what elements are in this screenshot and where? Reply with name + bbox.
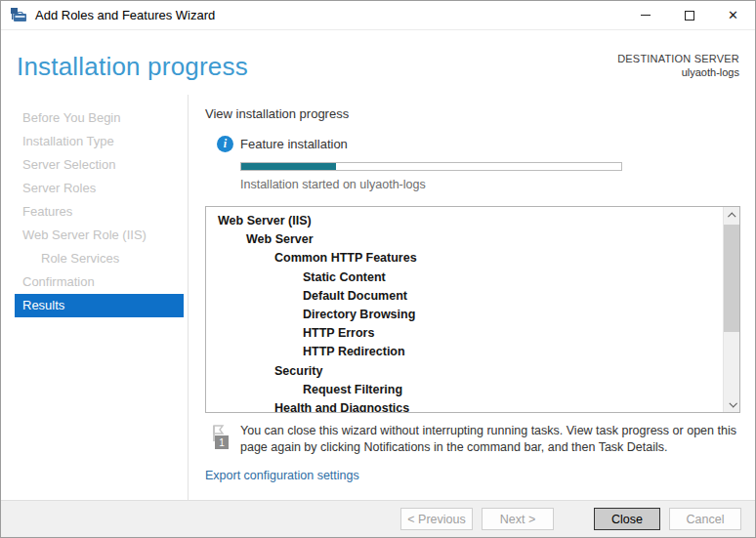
wizard-nav-button-label: Close xyxy=(611,513,643,526)
wizard-window: Add Roles and Features Wizard ✕ Installa… xyxy=(0,0,756,538)
installation-item-label: Directory Browsing xyxy=(303,308,415,321)
installation-item-row: Security xyxy=(206,362,739,381)
sidebar-step-item[interactable]: Web Server Role (IIS) xyxy=(15,224,184,247)
maximize-button[interactable] xyxy=(667,1,711,29)
installation-item-row: Directory Browsing xyxy=(206,306,739,324)
sidebar-step-label: Installation Type xyxy=(22,134,114,148)
sidebar-step-label: Web Server Role (IIS) xyxy=(22,228,147,242)
installation-status-text: Installation started on ulyaoth-logs xyxy=(240,178,426,191)
installation-item-row: Web Server (IIS) xyxy=(206,212,739,230)
sidebar-step-label: Confirmation xyxy=(22,274,95,289)
wizard-header: Installation progress DESTINATION SERVER… xyxy=(1,30,755,95)
wizard-nav-button[interactable]: < Previous xyxy=(400,508,473,530)
scrollbar-thumb[interactable] xyxy=(724,225,740,332)
sidebar-step-label: Role Services xyxy=(41,251,119,266)
close-icon: ✕ xyxy=(728,9,738,21)
installation-item-row: Request Filtering xyxy=(206,381,739,399)
sidebar-step-item[interactable]: Installation Type xyxy=(15,130,184,153)
sidebar-step-label: Server Roles xyxy=(22,181,96,195)
wizard-nav-button-label: < Previous xyxy=(407,513,465,526)
page-title: Installation progress xyxy=(17,52,248,82)
title-bar: Add Roles and Features Wizard ✕ xyxy=(1,1,755,30)
export-configuration-link[interactable]: Export configuration settings xyxy=(205,469,359,482)
minimize-button[interactable] xyxy=(623,1,667,29)
installation-item-row: Health and Diagnostics xyxy=(206,399,739,413)
feature-installation-title: Feature installation xyxy=(240,137,348,151)
installation-item-row: HTTP Redirection xyxy=(206,343,739,361)
window-title: Add Roles and Features Wizard xyxy=(35,8,215,22)
installation-item-label: Default Document xyxy=(303,289,407,303)
wizard-nav-button-label: Next > xyxy=(500,513,535,526)
sidebar-step-label: Features xyxy=(22,204,72,219)
installation-item-label: Web Server (IIS) xyxy=(218,214,312,228)
scroll-up-arrow-icon[interactable] xyxy=(724,207,740,224)
sidebar-step-label: Server Selection xyxy=(22,157,115,172)
notification-flag-icon: 1 xyxy=(209,424,235,450)
installation-item-label: Common HTTP Features xyxy=(274,251,417,265)
installation-item-row: Default Document xyxy=(206,287,739,306)
sidebar-step-item[interactable]: Results xyxy=(15,294,184,317)
scroll-down-arrow-icon[interactable] xyxy=(724,395,740,412)
destination-server-block: DESTINATION SERVER ulyaoth-logs xyxy=(617,53,739,78)
section-title: View installation progress xyxy=(205,106,349,121)
installation-item-row: HTTP Errors xyxy=(206,324,739,343)
installation-item-label: HTTP Redirection xyxy=(303,345,405,358)
sidebar-step-item[interactable]: Role Services xyxy=(15,247,184,270)
wizard-steps-sidebar: Before You Begin Installation Type Serve… xyxy=(1,95,189,500)
info-icon: i xyxy=(217,136,233,152)
sidebar-step-item[interactable]: Server Roles xyxy=(15,177,184,200)
installation-progress-bar xyxy=(240,162,622,171)
wizard-nav-button-label: Cancel xyxy=(687,513,725,526)
installation-items-list[interactable]: Web Server (IIS) Web Server Common HTTP … xyxy=(205,206,740,413)
installation-item-label: HTTP Errors xyxy=(303,326,374,340)
wizard-nav-button[interactable]: Close xyxy=(594,508,660,530)
installation-item-label: Web Server xyxy=(246,232,314,246)
installation-item-label: Health and Diagnostics xyxy=(274,401,409,413)
sidebar-step-label: Results xyxy=(22,298,64,312)
wizard-nav-button[interactable]: Cancel xyxy=(669,508,741,530)
sidebar-step-item[interactable]: Features xyxy=(15,200,184,224)
installation-item-label: Static Content xyxy=(303,270,386,284)
sidebar-step-label: Before You Begin xyxy=(22,110,120,125)
close-window-button[interactable]: ✕ xyxy=(711,1,755,29)
notification-count-badge: 1 xyxy=(215,435,229,449)
destination-server-label: DESTINATION SERVER xyxy=(617,53,739,64)
sidebar-step-item[interactable]: Before You Begin xyxy=(15,106,184,130)
minimize-icon xyxy=(641,15,651,16)
sidebar-step-item[interactable]: Confirmation xyxy=(15,270,184,294)
list-scrollbar[interactable] xyxy=(723,207,739,412)
destination-server-name: ulyaoth-logs xyxy=(617,66,739,78)
wizard-nav-button[interactable]: Next > xyxy=(482,508,554,530)
progress-fill xyxy=(241,163,336,170)
wizard-note-text: You can close this wizard without interr… xyxy=(240,423,740,456)
maximize-icon xyxy=(685,11,694,21)
wizard-footer: < Previous Next > Close Cancel xyxy=(1,500,755,537)
installation-item-label: Request Filtering xyxy=(303,383,402,396)
server-manager-icon xyxy=(11,8,27,22)
installation-item-row: Web Server xyxy=(206,230,739,249)
sidebar-step-item[interactable]: Server Selection xyxy=(15,153,184,177)
installation-item-row: Common HTTP Features xyxy=(206,249,739,268)
wizard-content: View installation progress i Feature ins… xyxy=(189,95,755,500)
installation-item-row: Static Content xyxy=(206,269,739,287)
installation-item-label: Security xyxy=(274,364,322,378)
